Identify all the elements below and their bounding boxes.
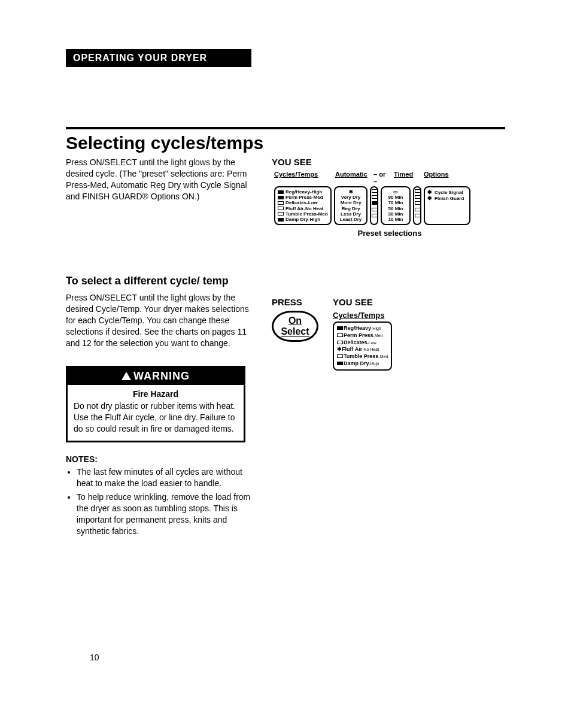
press-label: PRESS	[272, 297, 318, 307]
hdr-timed: Timed	[394, 171, 418, 185]
indicator-icon	[337, 341, 343, 344]
indicator-icon	[415, 208, 421, 211]
timed-box: ▭ 90 Min 70 Min 50 Min 30 Min 10 Min	[381, 186, 411, 225]
hdr-auto: Automatic	[335, 171, 367, 185]
indicator-icon	[415, 189, 421, 193]
indicator-icon	[372, 195, 378, 199]
indicator-icon	[337, 354, 343, 358]
ct-title: Cycles/Temps	[333, 311, 392, 320]
options-box: Cycle Signal Finish Guard	[424, 186, 470, 225]
warning-body-text: Do not dry plastic or rubber items with …	[74, 401, 235, 433]
warning-box: WARNING Fire Hazard Do not dry plastic o…	[66, 366, 245, 443]
star-icon: ✱	[337, 346, 342, 352]
divider	[66, 127, 505, 129]
you-see-label-2: YOU SEE	[333, 297, 392, 307]
page-number: 10	[90, 653, 99, 662]
main-title: Selecting cycles/temps	[66, 133, 505, 153]
hdr-or: – or –	[373, 171, 388, 185]
indicator-icon	[372, 208, 378, 211]
indicator-icon	[337, 333, 343, 337]
indicator-icon	[415, 201, 421, 205]
cycles-temps-panel: Reg/Heavy-High Perm Press-Med Delicates-…	[333, 321, 392, 371]
star-icon: ✱	[338, 189, 364, 195]
indicator-icon	[415, 214, 421, 217]
indicator-icon	[278, 201, 284, 205]
indicator-icon	[337, 362, 343, 365]
indicator-icon	[278, 196, 284, 199]
indicator-icon	[337, 326, 343, 330]
preset-caption: Preset selections	[274, 229, 505, 238]
sub-text: Press ON/SELECT until the light glows by…	[66, 292, 257, 348]
hdr-options: Options	[424, 171, 449, 185]
notes-label: NOTES:	[66, 454, 257, 464]
on-text: On	[288, 316, 302, 326]
indicator-icon	[278, 218, 284, 222]
intro-text: Press ON/SELECT until the light glows by…	[66, 157, 257, 202]
indicator-strip	[413, 186, 421, 225]
hdr-cycles: Cycles/Temps	[274, 171, 329, 185]
indicator-icon	[372, 201, 378, 205]
note-item: The last few minutes of all cycles are w…	[77, 466, 257, 489]
indicator-icon	[372, 189, 378, 193]
auto-box: ✱ Very Dry More Dry Reg Dry Less Dry Lea…	[334, 186, 367, 225]
indicator-icon	[415, 195, 421, 199]
you-see-label: YOU SEE	[272, 157, 505, 167]
clock-icon: ▭	[384, 189, 407, 195]
indicator-strip	[370, 186, 378, 225]
cycles-box: Reg/Heavy-High Perm Press-Med Delicates-…	[274, 186, 332, 225]
select-text: Select	[281, 326, 309, 338]
warning-header: WARNING	[68, 368, 244, 385]
warning-triangle-icon	[122, 372, 131, 380]
note-item: To help reduce wrinkling, remove the loa…	[77, 492, 257, 537]
notes-list: The last few minutes of all cycles are w…	[66, 466, 257, 536]
sub-title: To select a different cycle/ temp	[66, 275, 505, 287]
preset-panel: Cycles/Temps Automatic – or – Timed Opti…	[274, 171, 505, 238]
on-select-button: On Select	[272, 311, 318, 342]
indicator-icon	[372, 214, 378, 217]
section-header: OPERATING YOUR DRYER	[66, 49, 251, 67]
warning-hazard: Fire Hazard	[74, 389, 238, 400]
indicator-icon	[278, 212, 284, 216]
indicator-icon	[278, 207, 284, 210]
indicator-icon	[278, 190, 284, 194]
